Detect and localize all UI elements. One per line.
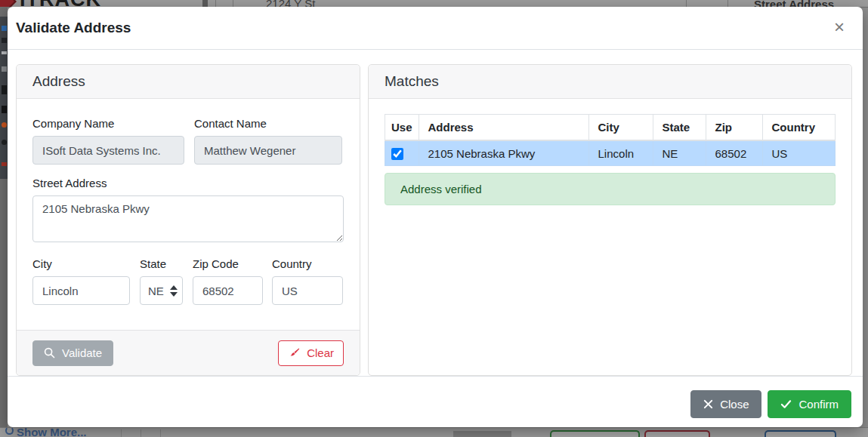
- state-select[interactable]: NE: [140, 276, 183, 305]
- company-name-label: Company Name: [32, 117, 184, 130]
- col-header-address: Address: [419, 115, 588, 141]
- col-header-zip: Zip: [706, 115, 762, 141]
- brush-icon: [288, 347, 300, 359]
- sidebar-icon-fragment: [2, 162, 7, 166]
- sidebar-icon-fragment: [2, 106, 7, 113]
- background-grid-line: [141, 429, 141, 437]
- city-field[interactable]: [32, 276, 130, 305]
- x-icon: [703, 399, 713, 409]
- col-header-use: Use: [385, 115, 419, 141]
- city-label: City: [32, 257, 130, 270]
- col-header-country: Country: [762, 115, 835, 141]
- background-button-fragment: [550, 430, 640, 437]
- company-name-field[interactable]: [32, 136, 184, 165]
- validate-button-label: Validate: [62, 346, 102, 359]
- state-label: State: [140, 257, 183, 270]
- background-button-fragment: [765, 430, 836, 437]
- match-city-cell: Lincoln: [588, 140, 653, 166]
- address-card: Address Company Name Contact Name Street…: [16, 64, 360, 376]
- zip-code-field[interactable]: [193, 276, 263, 305]
- sidebar-icon-fragment: [2, 85, 7, 94]
- background-grid-line: [121, 429, 122, 437]
- matches-table: Use Address City State Zip Country: [385, 114, 836, 166]
- match-zip-cell: 68502: [706, 140, 762, 166]
- address-verified-alert: Address verified: [385, 173, 836, 205]
- modal-header: Validate Address ×: [8, 7, 863, 50]
- match-country-cell: US: [762, 140, 835, 166]
- match-state-cell: NE: [653, 140, 706, 166]
- col-header-state: State: [653, 115, 706, 141]
- background-button-fragment: [644, 430, 710, 437]
- sidebar-icon-fragment: [2, 38, 7, 43]
- matches-card: Matches Use Address City State Zip Count…: [368, 64, 852, 376]
- clear-button[interactable]: Clear: [278, 340, 344, 366]
- background-grid-line: [160, 429, 161, 437]
- sidebar-icon-fragment: [2, 51, 7, 54]
- address-card-footer: Validate Clear: [17, 330, 360, 375]
- address-card-header: Address: [17, 65, 360, 99]
- search-icon: [44, 347, 55, 359]
- validate-button[interactable]: Validate: [32, 340, 113, 366]
- close-button-label: Close: [720, 398, 749, 411]
- modal-footer: Close Confirm: [8, 376, 863, 427]
- matches-card-body: Use Address City State Zip Country: [369, 99, 851, 375]
- address-card-body: Company Name Contact Name Street Address…: [17, 99, 360, 330]
- zip-code-label: Zip Code: [193, 257, 263, 270]
- close-button[interactable]: Close: [690, 390, 761, 418]
- col-header-city: City: [588, 115, 653, 141]
- matches-card-header: Matches: [369, 65, 851, 99]
- modal-body: Address Company Name Contact Name Street…: [8, 50, 863, 376]
- show-more-link: Show More...: [17, 426, 87, 437]
- close-icon[interactable]: ×: [826, 14, 852, 40]
- refresh-icon: [5, 426, 14, 435]
- background-cell-fragment: [453, 431, 511, 437]
- matches-table-header-row: Use Address City State Zip Country: [385, 115, 836, 141]
- country-field[interactable]: [272, 276, 343, 305]
- contact-name-field[interactable]: [194, 136, 342, 165]
- street-address-field[interactable]: 2105 Nebraska Pkwy: [32, 195, 344, 242]
- check-icon: [780, 399, 792, 409]
- sidebar-icon-fragment: [2, 140, 7, 145]
- sidebar-icon-fragment: [2, 26, 7, 31]
- street-address-label: Street Address: [32, 177, 344, 189]
- confirm-button-label: Confirm: [798, 398, 839, 411]
- background-bottom-strip: Show More...: [0, 427, 868, 437]
- contact-name-label: Contact Name: [194, 117, 342, 130]
- background-sidebar-strip: [0, 8, 8, 427]
- country-label: Country: [272, 257, 343, 270]
- clear-button-label: Clear: [307, 346, 334, 359]
- sidebar-icon-fragment: [2, 122, 7, 128]
- confirm-button[interactable]: Confirm: [768, 390, 851, 418]
- sidebar-icon-fragment: [2, 66, 7, 72]
- use-checkbox[interactable]: [391, 148, 403, 160]
- modal-title: Validate Address: [16, 20, 131, 35]
- match-row[interactable]: 2105 Nebraska Pkwy Lincoln NE 68502 US: [385, 140, 836, 166]
- match-address-cell: 2105 Nebraska Pkwy: [419, 140, 588, 166]
- validate-address-modal: Validate Address × Address Company Name …: [8, 7, 863, 427]
